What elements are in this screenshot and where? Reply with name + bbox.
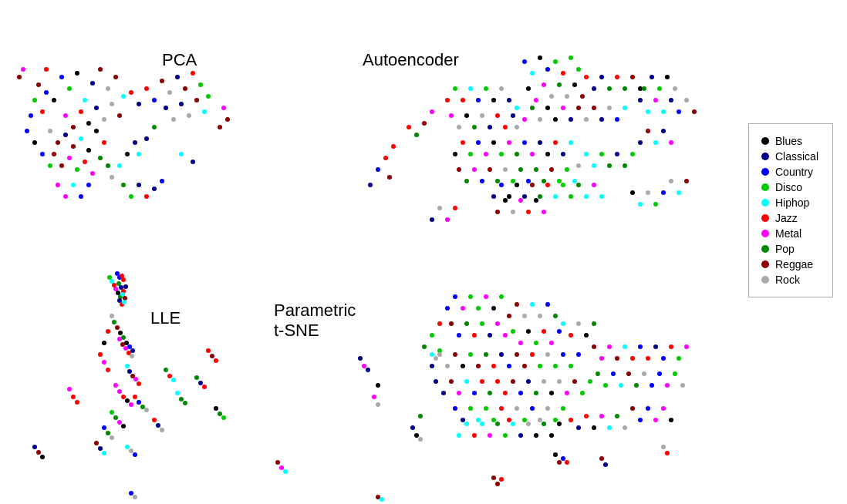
data-point [457, 333, 461, 338]
data-point [499, 86, 504, 91]
data-point [553, 314, 558, 318]
data-point [592, 163, 596, 168]
data-point [94, 441, 99, 445]
data-point [107, 275, 112, 280]
data-point [542, 179, 546, 183]
data-point [453, 406, 457, 411]
data-point [129, 194, 133, 199]
data-point [125, 364, 130, 368]
data-point [125, 445, 130, 449]
data-point [198, 82, 203, 87]
data-point [472, 125, 477, 129]
data-point [144, 86, 149, 91]
data-point [218, 125, 222, 129]
data-point [653, 140, 658, 145]
data-point [98, 446, 103, 451]
data-point [692, 109, 697, 114]
data-point [669, 418, 673, 422]
data-point [623, 425, 627, 430]
data-point [457, 433, 461, 438]
data-point [430, 364, 434, 368]
data-point [137, 183, 141, 187]
data-point [106, 329, 110, 334]
data-point [418, 414, 423, 418]
data-point [522, 364, 527, 368]
data-point [526, 179, 531, 183]
data-point [615, 117, 619, 122]
data-point [515, 125, 519, 129]
data-point [445, 217, 450, 222]
data-point [561, 152, 565, 156]
data-point [279, 465, 284, 470]
data-point [125, 398, 130, 403]
data-point [576, 163, 581, 168]
data-point [464, 422, 469, 426]
data-point [549, 341, 554, 345]
data-point [576, 183, 581, 187]
data-point [677, 190, 681, 195]
data-point [661, 129, 666, 133]
data-point [183, 401, 187, 405]
data-point [437, 206, 442, 210]
data-point [86, 183, 91, 187]
data-point [79, 136, 83, 141]
data-point [476, 418, 481, 422]
data-point [515, 352, 519, 357]
data-point [171, 117, 176, 122]
data-point [522, 418, 527, 422]
data-point [75, 400, 79, 405]
data-point [117, 337, 122, 341]
data-point [40, 109, 45, 114]
data-point [198, 381, 203, 385]
data-point [167, 374, 172, 378]
data-point [557, 422, 562, 426]
data-point [561, 183, 565, 187]
data-point [623, 163, 627, 168]
data-point [653, 202, 658, 207]
data-point [453, 206, 457, 210]
data-point [75, 167, 79, 172]
data-point [480, 179, 484, 183]
data-point [171, 378, 176, 382]
data-point [113, 75, 118, 79]
data-point [630, 356, 635, 361]
data-point [387, 175, 392, 180]
data-point [503, 167, 508, 172]
data-point [376, 167, 380, 172]
data-point [626, 371, 631, 376]
data-point [584, 194, 589, 199]
data-point [445, 306, 450, 311]
data-point [129, 90, 133, 95]
data-point [67, 387, 72, 391]
data-point [117, 389, 122, 394]
data-point [156, 423, 160, 428]
data-point [430, 217, 434, 222]
data-point [630, 190, 635, 195]
data-point [615, 75, 619, 79]
data-point [557, 82, 562, 87]
data-point [561, 352, 565, 357]
data-point [113, 415, 118, 420]
data-point [665, 451, 670, 455]
data-point [414, 433, 419, 438]
data-point [445, 364, 450, 368]
data-point [48, 129, 52, 133]
data-point [86, 121, 91, 126]
data-point [576, 352, 581, 357]
data-point [545, 406, 550, 411]
data-point [152, 125, 157, 129]
data-point [122, 300, 127, 304]
data-point [565, 94, 569, 99]
data-point [67, 86, 72, 91]
data-point [549, 167, 554, 172]
data-point [572, 82, 577, 87]
data-point [530, 302, 535, 307]
data-point [56, 183, 60, 187]
data-point [117, 298, 122, 303]
data-point [468, 294, 473, 299]
data-point [358, 356, 363, 361]
data-point [52, 98, 56, 102]
data-point [499, 152, 504, 156]
data-point [569, 418, 573, 422]
data-point [619, 383, 623, 388]
